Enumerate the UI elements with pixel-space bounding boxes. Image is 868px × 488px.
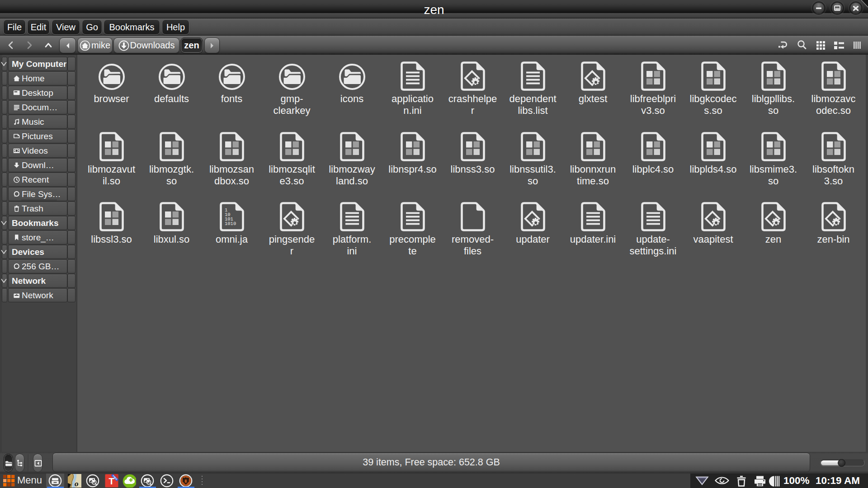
svg-text:T: T	[108, 476, 114, 486]
svg-text:o: o	[75, 479, 79, 488]
